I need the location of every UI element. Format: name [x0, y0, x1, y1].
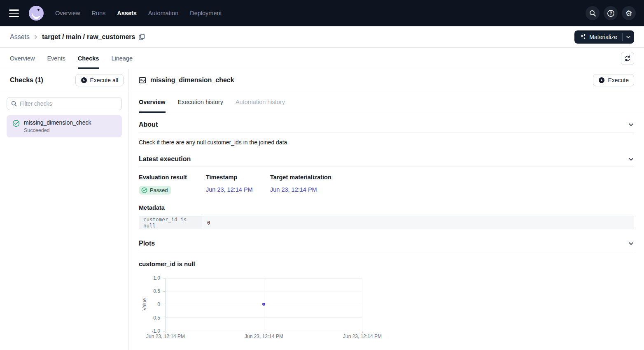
play-circle-icon [81, 77, 87, 83]
execute-all-label: Execute all [90, 77, 118, 83]
y-tick-label: 0.5 [139, 288, 160, 294]
passed-label: Passed [150, 187, 168, 193]
nav-item-automation[interactable]: Automation [148, 10, 178, 16]
divider [139, 167, 634, 167]
plot-title: customer_id is null [139, 260, 634, 267]
nav-item-runs[interactable]: Runs [91, 10, 105, 16]
timestamp-header: Timestamp [206, 174, 270, 181]
sparkle-icon [579, 33, 586, 40]
about-collapse-caret-icon[interactable] [628, 123, 634, 127]
filter-checks-input[interactable] [20, 100, 117, 107]
tab-checks[interactable]: Checks [78, 48, 99, 69]
svg-text:?: ? [609, 11, 612, 16]
x-tick-label: Jun 23, 12:14 PM [237, 334, 291, 339]
data-point[interactable] [262, 303, 265, 306]
materialize-label: Materialize [589, 34, 617, 40]
nav-right-actions: ? ⚙ [586, 6, 636, 20]
check-success-icon [12, 120, 20, 133]
check-list-item-selected[interactable]: missing_dimension_check Succeeded [7, 115, 122, 137]
breadcrumb-path: target / main / [42, 33, 85, 41]
execute-all-button[interactable]: Execute all [75, 74, 124, 86]
materialize-split-button: Materialize [574, 30, 634, 44]
metadata-key: customer_id is null [139, 216, 202, 229]
latest-execution-collapse-caret-icon[interactable] [628, 157, 634, 162]
y-tick-label: 1.0 [139, 275, 160, 281]
evaluation-result-header: Evaluation result [139, 174, 206, 181]
target-materialization-header: Target materialization [270, 174, 331, 181]
nav-item-overview[interactable]: Overview [55, 10, 80, 16]
plots-collapse-caret-icon[interactable] [628, 241, 634, 246]
tab-overview[interactable]: Overview [10, 48, 35, 69]
asset-tabs: Overview Events Checks Lineage [0, 48, 644, 69]
hamburger-menu-icon[interactable] [9, 9, 19, 17]
breadcrumb-assets-link[interactable]: Assets [10, 33, 30, 41]
x-tick-label: Jun 23, 12:14 PM [139, 334, 192, 339]
detail-tab-execution-history[interactable]: Execution history [178, 91, 223, 113]
passed-status-badge: Passed [139, 186, 171, 195]
about-heading: About [139, 121, 158, 128]
detail-tab-automation-history[interactable]: Automation history [236, 91, 285, 113]
play-circle-icon [598, 77, 605, 83]
copy-icon[interactable] [139, 34, 145, 40]
execute-label: Execute [608, 77, 629, 83]
latest-execution-heading: Latest execution [139, 155, 191, 163]
filter-checks-box [7, 97, 122, 110]
execute-button[interactable]: Execute [593, 74, 634, 86]
refresh-icon[interactable] [621, 52, 634, 65]
check-detail-panel: missing_dimension_check Execute Overview… [129, 69, 644, 350]
breadcrumb-asset-name: raw_customers [87, 33, 135, 41]
divider [139, 251, 634, 251]
target-materialization-link[interactable]: Jun 23, 12:14 PM [270, 186, 317, 193]
value-plot-chart: Value 1.0 0.5 0 -0.5 -1.0 [139, 275, 634, 345]
help-icon[interactable]: ? [604, 6, 618, 20]
check-description: Check if there are any null customer_ids… [139, 139, 634, 146]
check-detail-title: missing_dimension_check [150, 76, 234, 84]
settings-gear-icon[interactable]: ⚙ [622, 6, 636, 20]
y-tick-label: 0 [139, 301, 160, 307]
check-item-status: Succeeded [24, 127, 91, 133]
plots-heading: Plots [139, 240, 155, 247]
nav-links: Overview Runs Assets Automation Deployme… [55, 10, 222, 16]
y-tick-label: -1.0 [139, 328, 160, 334]
check-fact-icon [139, 76, 146, 84]
nav-item-deployment[interactable]: Deployment [190, 10, 222, 16]
metadata-row: customer_id is null 0 [139, 216, 634, 229]
latest-execution-grid: Evaluation result Passed Timestamp Jun 2… [139, 174, 634, 195]
chevron-right-icon [34, 35, 38, 39]
breadcrumb-row: Assets target / main / raw_customers Mat… [0, 26, 644, 48]
materialize-button[interactable]: Materialize [574, 30, 622, 44]
y-tick-label: -0.5 [139, 315, 160, 321]
check-detail-tabs: Overview Execution history Automation hi… [129, 91, 644, 113]
dagster-logo-icon[interactable] [28, 5, 44, 21]
nav-item-assets[interactable]: Assets [117, 10, 137, 16]
metadata-heading: Metadata [139, 204, 634, 211]
x-tick-label: Jun 23, 12:14 PM [336, 334, 389, 339]
materialize-dropdown-caret-icon[interactable] [623, 30, 634, 44]
detail-tab-overview[interactable]: Overview [139, 91, 166, 113]
top-nav: Overview Runs Assets Automation Deployme… [0, 0, 644, 26]
divider [139, 132, 634, 132]
search-icon[interactable] [586, 6, 600, 20]
timestamp-link[interactable]: Jun 23, 12:14 PM [206, 186, 253, 193]
tab-lineage[interactable]: Lineage [111, 48, 133, 69]
metadata-value: 0 [202, 216, 634, 229]
search-icon-small [11, 101, 17, 107]
checks-sidebar: Checks (1) Execute all missing_dimension… [0, 69, 129, 350]
check-item-name: missing_dimension_check [24, 119, 91, 126]
tab-events[interactable]: Events [47, 48, 65, 69]
metadata-table: customer_id is null 0 [139, 216, 634, 229]
checks-panel-title: Checks (1) [10, 76, 43, 84]
